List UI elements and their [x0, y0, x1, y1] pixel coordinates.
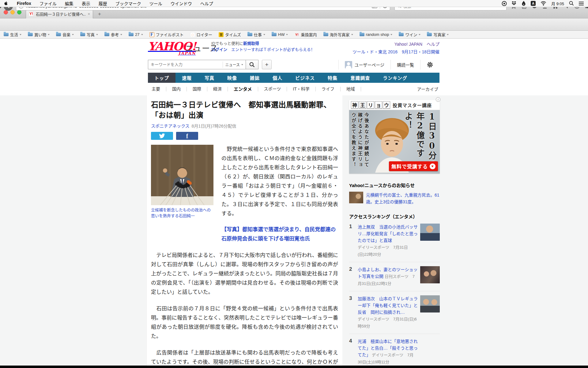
reuters-favicon: ◌	[190, 32, 195, 37]
bookmark-times[interactable]: 営タイムズ	[219, 32, 241, 37]
ranking-item[interactable]: 4 光浦 極楽山本に「意地悪されてた」と告白…「殺そうと思ってた」 デイリースポ…	[349, 334, 440, 366]
photo-gallery-link[interactable]: 【写真】都知事選で落選が決まり、自民党都連の石原伸晃会長に頭を下げる増田寛也氏	[221, 225, 338, 243]
subnav-entertainment[interactable]: エンタメ	[228, 87, 258, 91]
article-paragraph: 広告関係者は「上層部は放送基準にも関わる出馬表明だったので降板も考えていたようで…	[151, 348, 338, 366]
menubar-item-tools[interactable]: ツール	[149, 0, 162, 6]
bookmark-folder-27[interactable]: 27	[129, 32, 143, 37]
subnav-life[interactable]: ライフ	[316, 87, 341, 91]
input-source-icon[interactable]: A	[531, 1, 536, 6]
ranking-item[interactable]: 3 加藤浩次 山本のＴＶレギュラー却下「俺も軽く見ていた」と反省 岡村に指摘され…	[349, 291, 440, 334]
subnav-main[interactable]: 主要	[148, 87, 166, 91]
ranking-item[interactable]: 1 池上無双 当選の小池氏バッサリ…厚化粧発言「しめたと思ったのでは」と直球 デ…	[349, 220, 440, 262]
window-minimize-button[interactable]	[10, 10, 15, 14]
tour-de-tohoku-link[interactable]: ツール・ド・東北 2016 9月17日・18日開催	[352, 49, 439, 54]
twitter-share-button[interactable]	[151, 132, 173, 140]
bookmark-folder-photographers[interactable]: 写真家	[427, 32, 449, 37]
menubar-item-window[interactable]: ウインドウ	[171, 0, 192, 6]
subscriptions-link[interactable]: 購読一覧	[390, 60, 420, 70]
bookmark-folder-music[interactable]: 音楽	[56, 32, 74, 37]
bookmark-folder-reference[interactable]: 参考	[104, 32, 122, 37]
signup-link[interactable]: 新規取得	[243, 41, 259, 46]
ranking-link[interactable]: 池上無双 当選の小池氏バッサリ…厚化粧発言「しめたと思ったのでは」と直球	[358, 224, 418, 243]
nav-tab-top[interactable]: トップ	[148, 73, 175, 83]
subnav-it-science[interactable]: IT・科学	[287, 87, 315, 91]
folder-icon	[4, 33, 9, 36]
dropbox-icon[interactable]	[512, 1, 517, 6]
settings-button[interactable]	[420, 60, 439, 70]
notice-item[interactable]: 元横綱千代の富士、九重親方死去。61歳。史上3位の優勝31度。	[349, 192, 440, 205]
folder-icon	[272, 33, 277, 36]
spotlight-search-icon[interactable]	[569, 1, 574, 6]
subnav-economy[interactable]: 経済	[207, 87, 228, 91]
subnav-domestic[interactable]: 国内	[166, 87, 187, 91]
notification-center-icon[interactable]	[579, 2, 584, 6]
bookmark-folder-overseas-photographers[interactable]: 海外写真家	[323, 32, 353, 37]
nav-tab-ranking[interactable]: ランキング	[376, 73, 414, 83]
news-search-field[interactable]: ニュース	[148, 60, 246, 69]
bookmark-folder-photo[interactable]: 写真	[80, 32, 98, 37]
archive-link[interactable]: アーカイブ	[417, 86, 439, 92]
wifi-icon[interactable]	[541, 1, 546, 6]
nav-tab-magazine[interactable]: 雑誌	[243, 73, 266, 83]
subnav-region[interactable]: 地域	[341, 87, 361, 91]
ranking-item[interactable]: 2 小島よしお、妻とのツーショット写真を公開 日刊スポーツ 7月31日(日)12…	[349, 262, 440, 291]
chevron-down-icon	[72, 34, 74, 35]
nav-tab-personal[interactable]: 個人	[266, 73, 289, 83]
menubar-item-bookmarks[interactable]: ブックマーク	[115, 0, 141, 6]
window-zoom-button[interactable]	[17, 10, 21, 14]
sub-nav: 主要 国内 国際 経済 エンタメ スポーツ IT・科学 ライフ 地域 アーカイブ	[148, 84, 439, 94]
menubar-item-help[interactable]: ヘルプ	[200, 0, 213, 6]
login-link[interactable]: ログイン	[211, 47, 227, 52]
nav-tab-photo[interactable]: 写真	[198, 73, 221, 83]
article-source-link[interactable]: スポニチアネックス	[151, 124, 190, 128]
menubar-item-view[interactable]: 表示	[82, 0, 90, 6]
notice-link[interactable]: 元横綱千代の富士、九重親方死去。61歳。史上3位の優勝31度。	[366, 192, 440, 205]
bookmark-folder-random-shop[interactable]: random shop	[360, 32, 393, 37]
adobe-cc-icon[interactable]	[502, 1, 507, 6]
facebook-share-button[interactable]: f	[176, 132, 198, 140]
nav-tab-business[interactable]: ビジネス	[289, 73, 321, 83]
bookmark-reuters[interactable]: ◌ロイター	[190, 32, 212, 37]
menubar-item-history[interactable]: 履歴	[99, 0, 107, 6]
ad-cta-button[interactable]: 無料で受講する♥	[389, 161, 438, 171]
nav-tab-feature[interactable]: 特集	[321, 73, 344, 83]
apple-menu-icon[interactable]	[4, 1, 9, 6]
ad-copy-left: 今後あなたが継続して稼げるように神王リョウが全てを教えます！	[350, 113, 370, 171]
ad-info-icon[interactable]: i	[436, 97, 440, 102]
new-tab-button[interactable]: +	[96, 11, 104, 18]
bookmark-transit[interactable]: Y!乗換案内	[294, 32, 317, 37]
menubar-item-edit[interactable]: 編集	[65, 0, 74, 6]
bookmark-filepost[interactable]: Fファイルポスト	[149, 32, 184, 37]
chevron-down-icon	[120, 34, 122, 35]
bookmark-folder-work[interactable]: 仕事	[247, 32, 265, 37]
yahoo-japan-link[interactable]: Yahoo! JAPAN	[394, 42, 422, 47]
photo-caption-link[interactable]: 立候補を断念したものの政治への思いを熱弁する石田純一	[151, 207, 213, 219]
folder-icon	[399, 33, 404, 36]
menubar-item-file[interactable]: ファイル	[40, 0, 57, 6]
ranking-link[interactable]: 加藤浩次 山本のＴＶレギュラー却下「俺も軽く見ていた」と反省 岡村に指摘され…	[358, 296, 418, 315]
subnav-sports[interactable]: スポーツ	[258, 87, 287, 91]
user-page-link[interactable]: ユーザーページ	[338, 60, 390, 70]
search-category-select[interactable]: ニュース	[223, 62, 243, 68]
article-photo[interactable]	[151, 145, 213, 205]
menubar-item-firefox[interactable]: Firefox	[17, 1, 31, 6]
bookmark-folder-hw[interactable]: HW	[272, 32, 288, 37]
backup-drop-icon[interactable]	[522, 1, 526, 6]
tab-close-icon[interactable]: ×	[88, 12, 90, 16]
nav-tab-video[interactable]: 映像	[221, 73, 243, 83]
help-link[interactable]: ヘルプ	[427, 42, 439, 47]
subnav-world[interactable]: 国際	[187, 87, 207, 91]
tpoint-promo-link[interactable]: エントリーすればＴポイントが必ずもらえる！	[231, 47, 315, 52]
nav-tab-survey[interactable]: 意識調査	[344, 73, 376, 83]
ad-banner[interactable]: i 神 王 リ ョ ウ 投資マスター講座	[349, 100, 440, 174]
bookmark-folder-wine[interactable]: ワイン	[399, 32, 420, 37]
nav-tab-flash[interactable]: 速報	[175, 73, 198, 83]
add-tab-button[interactable]: +	[262, 60, 272, 69]
folder-icon	[80, 33, 85, 36]
bookmark-folder-shopping[interactable]: 買い物	[28, 32, 50, 37]
search-submit-button[interactable]	[246, 60, 258, 69]
news-search-input[interactable]	[151, 62, 223, 67]
window-close-button[interactable]	[4, 10, 8, 14]
menubar-clock[interactable]: 月 9:05	[551, 1, 564, 6]
bookmark-folder-life[interactable]: 生活	[4, 32, 21, 37]
